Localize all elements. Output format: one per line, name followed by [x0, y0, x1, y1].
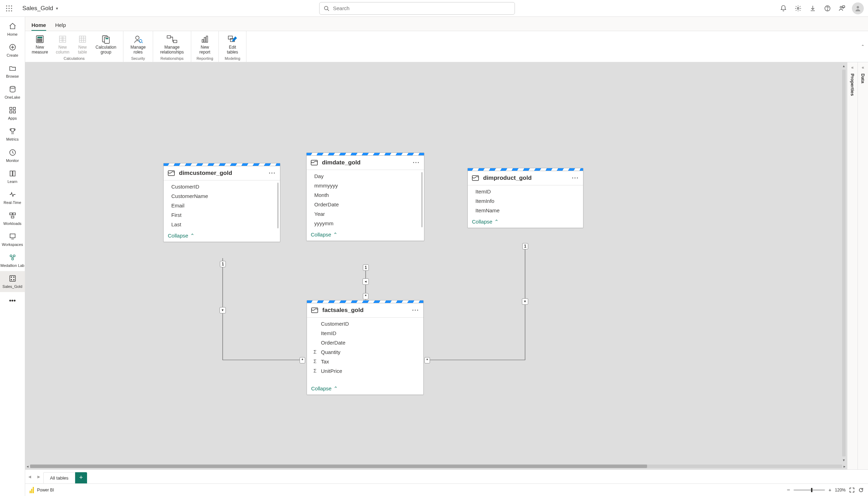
add-layout-button[interactable]: +	[75, 472, 87, 483]
app-launcher-button[interactable]	[2, 1, 16, 15]
nav-realtime[interactable]: Real-Time	[0, 187, 25, 208]
table-card-dimproduct[interactable]: dimproduct_gold ··· ItemID ItemInfo Item…	[467, 168, 583, 228]
column-row[interactable]: CustomerID	[307, 319, 423, 328]
table-card-dimdate[interactable]: dimdate_gold ··· Day mmmyyyy Month Order…	[306, 153, 424, 241]
column-row[interactable]: Year	[307, 209, 424, 219]
download-button[interactable]	[806, 1, 820, 15]
document-title-dropdown[interactable]: Sales_Gold ▾	[22, 5, 58, 12]
zoom-in-button[interactable]: +	[828, 487, 831, 493]
tab-home[interactable]: Home	[31, 19, 46, 31]
nav-monitor[interactable]: Monitor	[0, 145, 25, 166]
column-row[interactable]: OrderDate	[307, 338, 423, 347]
svg-rect-26	[11, 216, 14, 218]
settings-button[interactable]	[791, 1, 805, 15]
person-feedback-icon	[839, 5, 846, 12]
nav-metrics[interactable]: Metrics	[0, 124, 25, 145]
powerbi-logo-icon	[29, 487, 34, 493]
nav-apps[interactable]: Apps	[0, 103, 25, 124]
nav-learn[interactable]: Learn	[0, 166, 25, 187]
nav-medallion-lab[interactable]: Medallion Lab	[0, 250, 25, 271]
manage-relationships-button[interactable]: Manage relationships	[156, 33, 188, 56]
table-more-button[interactable]: ···	[572, 175, 579, 182]
svg-point-3	[6, 8, 7, 9]
fit-page-icon	[849, 487, 855, 493]
nav-workloads[interactable]: Workloads	[0, 208, 25, 229]
scrollbar[interactable]	[421, 172, 423, 227]
column-row[interactable]: CustomerID	[164, 182, 280, 191]
notifications-button[interactable]	[776, 1, 790, 15]
tab-nav-next[interactable]: ▸	[34, 470, 43, 483]
table-more-button[interactable]: ···	[412, 307, 419, 314]
column-row[interactable]: ItemName	[468, 206, 583, 215]
collapse-button[interactable]: Collapse⌃	[307, 383, 423, 395]
svg-point-6	[6, 10, 7, 11]
column-row[interactable]: Last	[164, 220, 280, 229]
column-row[interactable]: mmmyyyy	[307, 181, 424, 190]
canvas-horizontal-scrollbar[interactable]: ◂▸	[27, 464, 846, 469]
column-row[interactable]: ItemID	[307, 328, 423, 338]
gear-icon	[795, 5, 802, 12]
calculation-group-button[interactable]: Calculation group	[92, 33, 120, 56]
svg-rect-15	[842, 6, 845, 7]
manage-roles-button[interactable]: Manage roles	[126, 33, 150, 56]
ribbon-group-modeling: Modeling	[225, 56, 241, 61]
svg-point-35	[13, 279, 14, 280]
canvas-vertical-scrollbar[interactable]: ▴▾	[841, 64, 846, 462]
chevron-up-icon: ⌃	[333, 385, 338, 392]
nav-create[interactable]: Create	[0, 40, 25, 61]
search-input[interactable]	[333, 5, 510, 11]
column-row[interactable]: ΣTax	[307, 357, 423, 366]
bell-icon	[780, 5, 787, 12]
refresh-button[interactable]	[858, 487, 864, 493]
table-more-button[interactable]: ···	[413, 159, 420, 166]
edit-tables-button[interactable]: Edit tables	[222, 33, 243, 56]
data-pane-collapsed[interactable]: « Data	[858, 62, 868, 469]
zoom-slider[interactable]	[794, 489, 825, 491]
person-icon	[854, 5, 861, 12]
nav-onelake[interactable]: OneLake	[0, 82, 25, 103]
nav-home[interactable]: Home	[0, 19, 25, 40]
ribbon-collapse-button[interactable]: ⌃	[861, 44, 865, 49]
properties-pane-collapsed[interactable]: « Properties	[847, 62, 858, 469]
collapse-button[interactable]: Collapse⌃	[468, 217, 583, 228]
tab-nav-prev[interactable]: ◂	[25, 470, 34, 483]
table-card-dimcustomer[interactable]: dimcustomer_gold ··· CustomerID Customer…	[163, 163, 280, 242]
help-button[interactable]	[820, 1, 834, 15]
account-avatar[interactable]	[852, 2, 864, 14]
fit-to-page-button[interactable]	[849, 487, 855, 493]
svg-point-56	[136, 36, 139, 40]
column-row[interactable]: First	[164, 210, 280, 220]
tab-help[interactable]: Help	[55, 19, 66, 31]
nav-browse[interactable]: Browse	[0, 61, 25, 82]
column-row[interactable]: OrderDate	[307, 200, 424, 209]
monitor-icon	[9, 149, 16, 156]
column-row[interactable]: yyyymm	[307, 219, 424, 228]
column-row[interactable]: Email	[164, 201, 280, 210]
column-row[interactable]: ItemInfo	[468, 196, 583, 206]
new-report-button[interactable]: New report	[194, 33, 216, 56]
new-measure-button[interactable]: New measure	[28, 33, 52, 56]
search-box[interactable]	[319, 2, 515, 15]
scrollbar[interactable]	[277, 183, 279, 228]
nav-more[interactable]: •••	[0, 293, 25, 309]
column-row[interactable]: CustomerName	[164, 191, 280, 201]
column-icon	[57, 35, 68, 44]
nav-sales-gold[interactable]: Sales_Gold	[0, 271, 25, 292]
table-card-factsales[interactable]: factsales_gold ··· CustomerIDItemIDOrder…	[307, 300, 424, 395]
column-row[interactable]: Day	[307, 171, 424, 181]
roles-icon	[133, 35, 143, 44]
zoom-out-button[interactable]: −	[787, 487, 790, 493]
svg-point-2	[11, 5, 12, 6]
feedback-button[interactable]	[835, 1, 849, 15]
column-row[interactable]: ΣQuantity	[307, 347, 423, 357]
collapse-button[interactable]: Collapse⌃	[307, 229, 424, 241]
nav-workspaces[interactable]: Workspaces	[0, 229, 25, 250]
column-row[interactable]: ItemID	[468, 187, 583, 196]
column-row[interactable]: ΣUnitPrice	[307, 366, 423, 376]
column-row[interactable]: Month	[307, 190, 424, 200]
collapse-button[interactable]: Collapse⌃	[164, 231, 280, 242]
layout-tab-all-tables[interactable]: All tables	[43, 472, 75, 483]
table-name: dimdate_gold	[322, 159, 361, 166]
table-more-button[interactable]: ···	[269, 170, 276, 177]
model-canvas[interactable]: 1 ▾ * 1 ◂ * 1 ▾ * dimcustomer_gold ···	[25, 62, 847, 469]
